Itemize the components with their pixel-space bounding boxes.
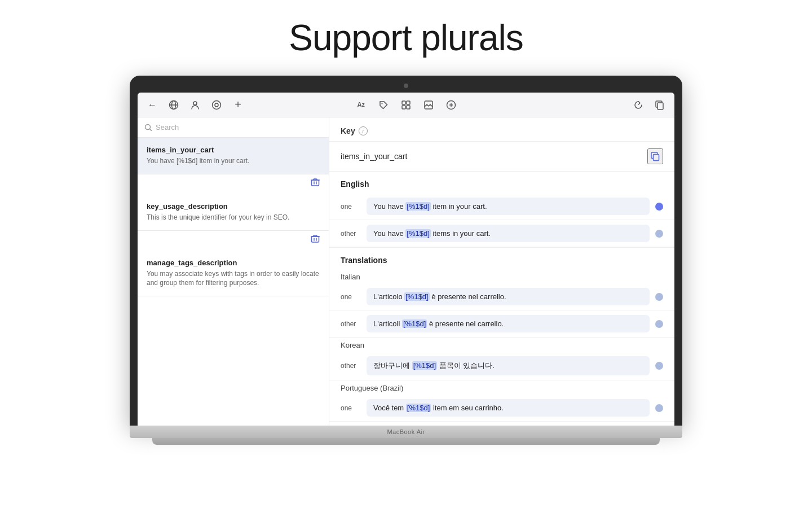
laptop-camera (404, 84, 408, 88)
link-button[interactable] (443, 97, 459, 113)
italian-other-input[interactable]: L'articoli [%1$d] è presente nel carrell… (367, 315, 650, 332)
copy-toolbar-button[interactable] (652, 97, 668, 113)
svg-line-15 (150, 129, 152, 130)
grid-icon (401, 100, 411, 110)
sidebar-item-2-preview: This is the unique identifier for your k… (147, 213, 320, 222)
search-icon (144, 124, 152, 132)
korean-other-status (655, 362, 663, 370)
sidebar-item-1-footer (138, 174, 329, 194)
svg-rect-20 (312, 237, 319, 242)
laptop-foot (152, 438, 660, 445)
portuguese-one-row: one Você tem [%1$d] item em seu carrinho… (329, 395, 674, 422)
laptop-screen: ← (138, 93, 674, 426)
italian-one-highlight: [%1$d] (404, 292, 429, 301)
sidebar-item-2-footer (138, 231, 329, 251)
translations-section: Translations (329, 247, 674, 269)
translations-section-header: Translations (329, 248, 674, 269)
italian-one-input[interactable]: L'articolo [%1$d] è presente nel carrell… (367, 288, 650, 305)
refresh-button[interactable] (630, 97, 646, 113)
laptop-frame: ← (130, 76, 682, 445)
laptop-screen-outer: ← (130, 76, 682, 426)
tag2-button[interactable] (376, 97, 391, 113)
sidebar-item-1-key: items_in_your_cart (147, 146, 320, 154)
key-section-header: Key i (329, 117, 674, 142)
svg-point-6 (382, 103, 383, 104)
laptop-brand: MacBook Air (387, 428, 425, 435)
sidebar-item-2[interactable]: key_usage_description This is the unique… (138, 194, 329, 231)
korean-header: Korean (329, 338, 674, 352)
italian-one-status (655, 293, 663, 301)
sidebar-items: items_in_your_cart You have [%1$d] item … (138, 138, 329, 426)
sidebar-item-1-preview: You have [%1$d] item in your cart. (147, 156, 320, 166)
english-one-highlight: [%1$d] (405, 202, 430, 211)
tag-icon (211, 100, 222, 110)
italian-one-row: one L'articolo [%1$d] è presente nel car… (329, 283, 674, 310)
person-icon (190, 100, 200, 110)
search-bar: Search (138, 117, 329, 138)
english-other-input[interactable]: You have [%1$d] items in your cart. (367, 225, 650, 242)
back-button[interactable]: ← (144, 97, 160, 113)
english-one-input[interactable]: You have [%1$d] item in your cart. (367, 198, 650, 215)
sidebar-item-1[interactable]: items_in_your_cart You have [%1$d] item … (138, 138, 329, 174)
svg-rect-24 (654, 155, 659, 161)
image-icon (423, 100, 434, 110)
sidebar-item-3[interactable]: manage_tags_description You may associat… (138, 251, 329, 297)
main-content: Search items_in_your_cart You have [%1$d… (138, 117, 674, 426)
korean-other-plural-tag: other (341, 362, 361, 370)
globe-button[interactable] (166, 97, 182, 113)
english-other-row: other You have [%1$d] items in your cart… (329, 220, 674, 247)
italian-one-plural-tag: one (341, 293, 361, 301)
search-placeholder: Search (156, 123, 179, 132)
trash-icon-2 (311, 234, 320, 243)
person-button[interactable] (187, 97, 203, 113)
font-button[interactable]: Az (353, 97, 369, 113)
key-info-icon: i (359, 126, 368, 135)
tag-button[interactable] (209, 97, 224, 113)
svg-point-3 (193, 102, 197, 105)
korean-other-highlight: [%1$d] (412, 361, 437, 370)
page-title: Support plurals (289, 17, 523, 59)
italian-other-status (655, 320, 663, 328)
delete-button-2[interactable] (311, 234, 320, 245)
copy-key-button[interactable] (647, 148, 663, 164)
english-section-header: English (329, 172, 674, 193)
delete-button-1[interactable] (311, 178, 320, 189)
image-button[interactable] (421, 97, 436, 113)
sidebar-item-3-preview: You may associate keys with tags in orde… (147, 269, 320, 288)
italian-other-highlight: [%1$d] (402, 319, 427, 328)
link-icon (446, 100, 456, 110)
italian-other-plural-tag: other (341, 320, 361, 328)
refresh-icon (633, 100, 643, 110)
portuguese-one-input[interactable]: Você tem [%1$d] item em seu carrinho. (367, 399, 650, 417)
english-one-plural-tag: one (341, 203, 361, 211)
copy-toolbar-icon (655, 100, 665, 110)
italian-other-row: other L'articoli [%1$d] è presente nel c… (329, 310, 674, 338)
english-one-status (655, 203, 663, 211)
tag2-icon (378, 100, 389, 110)
grid-button[interactable] (398, 97, 414, 113)
key-value-row: items_in_your_cart (329, 142, 674, 172)
copy-key-icon (650, 151, 660, 161)
korean-other-row: other 장바구니에 [%1$d] 품목이 있습니다. (329, 352, 674, 380)
key-label: Key (341, 126, 355, 135)
toolbar-right (462, 97, 668, 113)
korean-other-input[interactable]: 장바구니에 [%1$d] 품목이 있습니다. (367, 356, 650, 375)
sidebar: Search items_in_your_cart You have [%1$d… (138, 117, 329, 426)
english-other-highlight: [%1$d] (405, 229, 430, 238)
laptop-base: MacBook Air (130, 426, 682, 438)
trash-icon-1 (311, 178, 320, 187)
sidebar-item-2-key: key_usage_description (147, 202, 320, 211)
add-button[interactable]: + (230, 97, 246, 113)
english-one-row: one You have [%1$d] item in your cart. (329, 193, 674, 220)
english-other-status (655, 230, 663, 238)
svg-rect-7 (402, 101, 405, 104)
key-value-text: items_in_your_cart (341, 152, 647, 161)
svg-rect-13 (657, 103, 663, 110)
app-container: ← (138, 93, 674, 426)
toolbar-left: ← (144, 97, 350, 113)
svg-rect-8 (407, 101, 410, 104)
globe-icon (169, 100, 179, 110)
svg-point-5 (215, 103, 218, 107)
svg-rect-9 (402, 106, 405, 109)
toolbar: ← (138, 93, 674, 117)
